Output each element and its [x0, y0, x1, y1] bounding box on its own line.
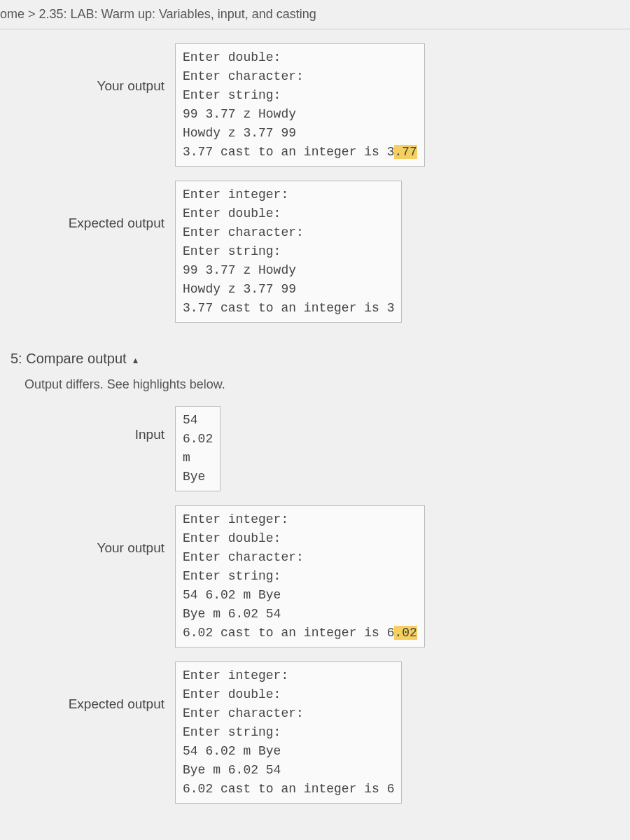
expected-output-box-5: Enter integer: Enter double: Enter chara… [175, 662, 402, 804]
your-output-box-5: Enter integer: Enter double: Enter chara… [175, 505, 425, 648]
breadcrumb[interactable]: ome > 2.35: LAB: Warm up: Variables, inp… [0, 0, 630, 29]
input-box-5: 54 6.02 m Bye [175, 406, 220, 491]
row-your-output-1: Your output Enter double: Enter characte… [0, 43, 630, 167]
expected-output-box-1: Enter integer: Enter double: Enter chara… [175, 181, 402, 323]
section-5-subtitle: Output differs. See highlights below. [24, 377, 630, 392]
row-your-output-5: Your output Enter integer: Enter double:… [0, 505, 630, 648]
section-5-header[interactable]: 5: Compare output ▴ [10, 351, 630, 367]
diff-highlight-5: .02 [394, 626, 416, 640]
content-area: Your output Enter double: Enter characte… [0, 43, 630, 832]
your-output-label-5: Your output [0, 505, 175, 556]
your-output-text-1: Enter double: Enter character: Enter str… [183, 50, 394, 159]
expected-output-label-1: Expected output [0, 181, 175, 231]
diff-highlight-1: .77 [394, 145, 416, 159]
row-expected-output-1: Expected output Enter integer: Enter dou… [0, 181, 630, 323]
row-input-5: Input 54 6.02 m Bye [0, 406, 630, 491]
row-expected-output-5: Expected output Enter integer: Enter dou… [0, 662, 630, 804]
your-output-box-1: Enter double: Enter character: Enter str… [175, 43, 425, 167]
input-label-5: Input [0, 406, 175, 442]
section-5-title: 5: Compare output [10, 351, 127, 366]
your-output-text-5: Enter integer: Enter double: Enter chara… [183, 512, 394, 640]
your-output-label-1: Your output [0, 43, 175, 94]
chevron-up-icon: ▴ [133, 354, 138, 365]
expected-output-label-5: Expected output [0, 662, 175, 712]
